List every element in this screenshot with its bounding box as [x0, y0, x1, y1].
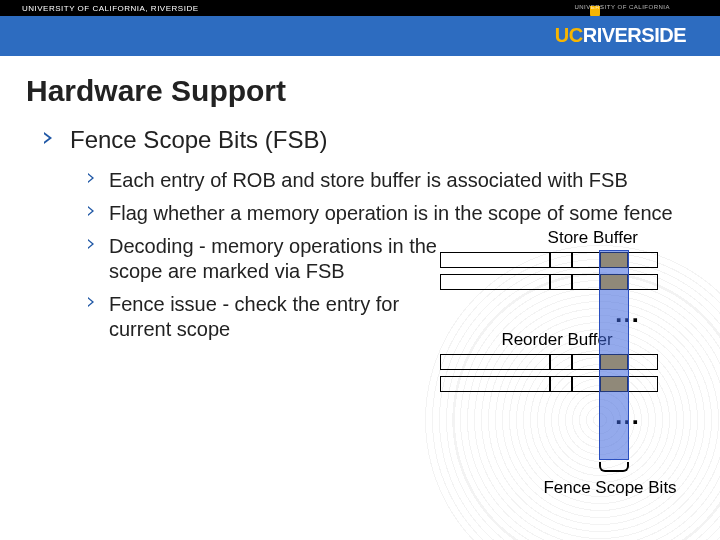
grid-cell	[440, 376, 550, 392]
bullet-level2: Each entry of ROB and store buffer is as…	[88, 168, 694, 193]
bullet-level2: Fence issue - check the entry for curren…	[88, 292, 694, 342]
table-row	[440, 354, 658, 370]
header-right-text: UNIVERSITY OF CALIFORNIA	[574, 4, 670, 10]
grid-cell-highlight	[600, 376, 628, 392]
grid-cell-highlight	[600, 354, 628, 370]
bullet-level2: Flag whether a memory operation is in th…	[88, 201, 694, 226]
fsb-label: Fence Scope Bits	[490, 478, 720, 498]
bullet-level2: Decoding - memory operations in the scop…	[88, 234, 694, 284]
bullet-group: Each entry of ROB and store buffer is as…	[26, 168, 694, 342]
grid-cell	[440, 354, 550, 370]
grid-cell	[572, 354, 600, 370]
bullet-text: Fence issue - check the entry for curren…	[109, 292, 444, 342]
header-black-strip: UNIVERSITY OF CALIFORNIA, RIVERSIDE UNIV…	[0, 0, 720, 16]
grid-cell	[628, 354, 658, 370]
logo-uc: UC	[555, 24, 583, 46]
logo-riverside: RIVERSIDE	[583, 24, 686, 46]
brace-icon	[599, 462, 629, 472]
header-blue-bar: UCRIVERSIDE	[0, 16, 720, 56]
bullet-level1: Fence Scope Bits (FSB)	[44, 126, 694, 154]
slide-content: Hardware Support Fence Scope Bits (FSB) …	[0, 56, 720, 342]
ucr-logo: UCRIVERSIDE	[555, 24, 686, 47]
chevron-icon	[88, 173, 99, 184]
grid-cell	[572, 376, 600, 392]
reorder-buffer-grid	[440, 354, 680, 398]
bullet-text: Flag whether a memory operation is in th…	[109, 201, 673, 226]
table-row	[440, 376, 658, 392]
chevron-icon	[88, 206, 99, 217]
slide-title: Hardware Support	[26, 74, 694, 108]
grid-cell	[550, 354, 572, 370]
grid-cell	[628, 376, 658, 392]
slide-header: UNIVERSITY OF CALIFORNIA, RIVERSIDE UNIV…	[0, 0, 720, 56]
bullet-text: Each entry of ROB and store buffer is as…	[109, 168, 628, 193]
bullet-level1-text: Fence Scope Bits (FSB)	[70, 126, 327, 154]
ellipsis: …	[440, 404, 680, 422]
bullet-text: Decoding - memory operations in the scop…	[109, 234, 444, 284]
grid-cell	[550, 376, 572, 392]
header-left-text: UNIVERSITY OF CALIFORNIA, RIVERSIDE	[22, 4, 199, 13]
chevron-icon	[88, 297, 99, 308]
chevron-icon	[44, 132, 58, 146]
chevron-icon	[88, 239, 99, 250]
